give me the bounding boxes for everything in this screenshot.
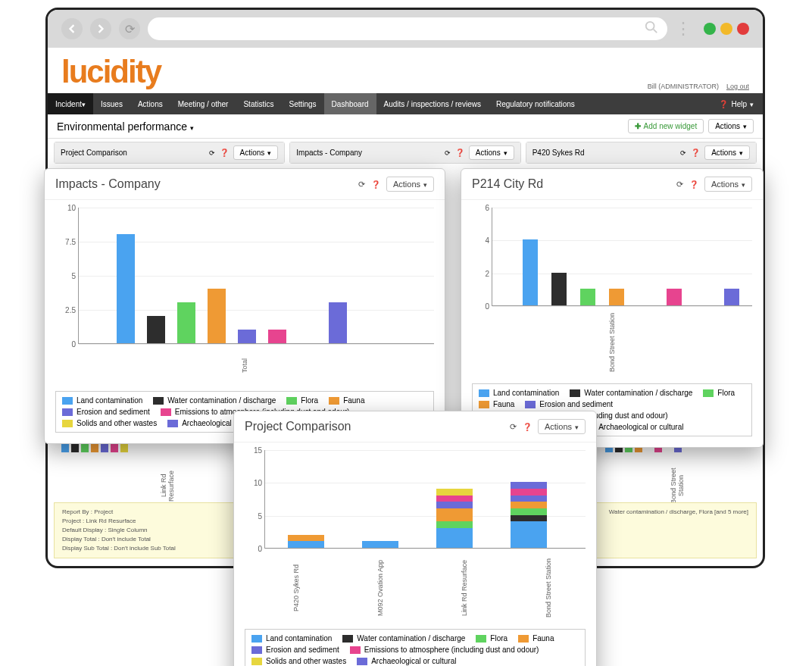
chevron-down-icon[interactable] (190, 120, 194, 133)
help-icon[interactable] (523, 422, 532, 431)
nav-regulatory[interactable]: Regulatory notifications (489, 93, 582, 114)
page-title: Environmental performance (57, 120, 194, 133)
svg-line-1 (654, 30, 657, 33)
card-title: P214 City Rd (472, 177, 543, 191)
refresh-icon[interactable] (680, 149, 686, 157)
close-icon[interactable] (737, 23, 749, 35)
legend-item: Fauna (518, 634, 554, 643)
traffic-lights (704, 23, 749, 35)
x-tick: Link Rd Resurface (461, 558, 497, 618)
refresh-icon[interactable] (209, 149, 215, 157)
bar-fauna (208, 289, 226, 343)
help-button[interactable]: Help (710, 93, 763, 114)
legend-item: Flora (476, 634, 508, 643)
widget-actions-button[interactable]: Actions (233, 145, 279, 160)
info-line: Default Display : Single Column (62, 526, 176, 535)
forward-button[interactable] (90, 18, 111, 39)
legend-item: Water contamination / discharge (342, 634, 465, 643)
info-line: Water contamination / discharge, Flora [… (609, 508, 748, 553)
legend-item: Archaeological or cultural (584, 423, 683, 431)
card-impacts-company: Impacts - Company Actions 02.557.510 Tot… (44, 168, 445, 444)
app-header: lucidity Bill (ADMINISTRATOR) Log out (48, 48, 763, 93)
add-widget-button[interactable]: ✚Add new widget (628, 119, 704, 133)
legend-item: Archaeological or cultural (357, 657, 456, 665)
y-tick: 0 (58, 340, 76, 349)
help-icon[interactable] (220, 149, 229, 157)
refresh-icon[interactable] (445, 149, 451, 157)
info-line: Display Total : Don't include Total (62, 535, 176, 544)
legend-item: Water contamination / discharge (153, 396, 276, 405)
nav-actions[interactable]: Actions (130, 93, 170, 114)
back-button[interactable] (61, 18, 83, 39)
info-line: Report By : Project (62, 508, 176, 517)
chevron-down-icon (82, 100, 86, 108)
help-icon[interactable] (689, 180, 698, 189)
nav-bar: Incident Issues Actions Meeting / other … (48, 93, 763, 114)
help-icon[interactable] (691, 149, 700, 157)
info-line: Display Sub Total : Don't include Sub To… (62, 544, 176, 553)
refresh-button[interactable]: ⟳ (119, 18, 140, 39)
nav-audits[interactable]: Audits / inspections / reviews (376, 93, 489, 114)
bar-emissions (268, 330, 286, 343)
widget-actions-button[interactable]: Actions (704, 145, 750, 160)
x-tick: P420 Sykes Rd (292, 558, 329, 618)
more-icon[interactable]: ⋮ (675, 25, 690, 33)
nav-statistics[interactable]: Statistics (236, 93, 281, 114)
bar-water (147, 316, 165, 343)
stacked-column (362, 541, 398, 548)
bar-flora (580, 289, 595, 305)
sub-header: Environmental performance ✚Add new widge… (48, 114, 763, 139)
refresh-icon[interactable] (510, 422, 517, 432)
bar-arch (329, 302, 347, 343)
chart-xlabel: Bond Street Station (608, 312, 616, 373)
chart-xlabel: Link Rd Resurface (160, 463, 175, 508)
card-actions-button[interactable]: Actions (538, 419, 586, 434)
maximize-icon[interactable] (720, 23, 732, 35)
legend-item: Fauna (329, 396, 364, 405)
x-tick: M092 Ovation App (376, 558, 413, 618)
card-title: Project Comparison (245, 420, 351, 433)
help-icon[interactable] (455, 149, 464, 157)
legend-item: Solids and other wastes (251, 657, 346, 665)
y-tick: 2.5 (58, 306, 76, 314)
chevron-down-icon (423, 180, 427, 189)
nav-meeting[interactable]: Meeting / other (170, 93, 236, 114)
bar-land (523, 239, 538, 305)
bar-erosion (238, 330, 256, 343)
url-bar[interactable] (148, 17, 667, 40)
plus-icon: ✚ (635, 122, 641, 130)
chevron-down-icon (750, 100, 754, 108)
chart-project-comparison: 051015 P420 Sykes RdM092 Ovation AppLink… (234, 442, 596, 666)
nav-dashboard[interactable]: Dashboard (324, 93, 376, 114)
nav-issues[interactable]: Issues (93, 93, 130, 114)
nav-settings[interactable]: Settings (281, 93, 323, 114)
minimize-icon[interactable] (704, 23, 716, 35)
search-icon (645, 20, 658, 37)
logo: lucidity (61, 54, 161, 90)
widget-actions-button[interactable]: Actions (469, 145, 514, 160)
legend-item: Land contamination (62, 396, 142, 405)
bar-emissions (667, 289, 682, 305)
refresh-icon[interactable] (358, 180, 365, 189)
chart-xlabel: Bond Street Station (670, 463, 685, 508)
legend-item: Fauna (479, 400, 514, 408)
legend-item: Water contamination / discharge (570, 389, 692, 397)
page-actions-button[interactable]: Actions (708, 119, 754, 133)
nav-incident[interactable]: Incident (48, 93, 93, 114)
legend-item: Erosion and sediment (525, 400, 613, 408)
y-tick: 2 (471, 269, 489, 277)
legend-item: Erosion and sediment (62, 408, 150, 416)
y-tick: 4 (471, 236, 489, 245)
logout-link[interactable]: Log out (726, 83, 749, 90)
stacked-column (288, 535, 324, 548)
bar-water (551, 273, 567, 305)
card-actions-button[interactable]: Actions (386, 177, 434, 192)
chart-impacts-company: 02.557.510 Total Land contaminationWater… (45, 200, 445, 443)
help-icon[interactable] (371, 180, 380, 189)
chevron-down-icon (575, 422, 579, 431)
user-meta: Bill (ADMINISTRATOR) Log out (648, 83, 749, 90)
card-actions-button[interactable]: Actions (704, 177, 752, 192)
refresh-icon[interactable] (676, 180, 683, 189)
y-tick: 0 (471, 302, 489, 311)
browser-topbar: ⟳ ⋮ (48, 10, 763, 48)
